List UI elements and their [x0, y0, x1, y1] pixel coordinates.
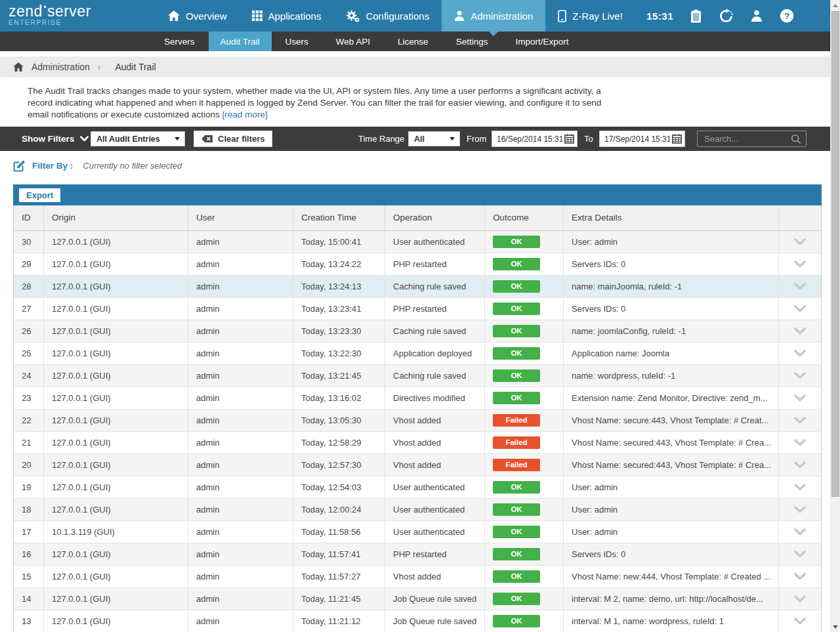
- row-expand-chevron[interactable]: [779, 343, 821, 364]
- table-row[interactable]: 25 127.0.0.1 (GUI) admin Today, 13:22:30…: [13, 343, 822, 365]
- row-expand-chevron[interactable]: [779, 365, 821, 387]
- cell-origin: 127.0.0.1 (GUI): [44, 231, 188, 253]
- table-row[interactable]: 22 127.0.0.1 (GUI) admin Today, 13:05:30…: [13, 410, 822, 432]
- nav-item-applications[interactable]: Applications: [240, 0, 334, 32]
- subnav-item-license[interactable]: License: [384, 32, 442, 51]
- restart-icon[interactable]: [719, 9, 734, 24]
- table-row[interactable]: 30 127.0.0.1 (GUI) admin Today, 15:00:41…: [13, 231, 822, 253]
- row-expand-chevron[interactable]: [779, 588, 821, 610]
- row-expand-chevron[interactable]: [779, 410, 821, 431]
- logo-text: zendserver: [9, 3, 91, 19]
- table-row[interactable]: 19 127.0.0.1 (GUI) admin Today, 12:54:03…: [13, 476, 822, 499]
- row-expand-chevron[interactable]: [779, 387, 821, 409]
- table-row[interactable]: 23 127.0.0.1 (GUI) admin Today, 13:16:02…: [13, 387, 822, 410]
- cell-creation-time: Today, 11:21:12: [293, 610, 385, 632]
- table-row[interactable]: 17 10.1.3.119 (GUI) admin Today, 11:58:5…: [13, 521, 822, 543]
- dropdown-arrow-icon: [175, 137, 180, 140]
- calendar-icon[interactable]: [564, 134, 574, 146]
- table-row[interactable]: 29 127.0.0.1 (GUI) admin Today, 13:24:22…: [13, 253, 822, 276]
- cell-outcome: OK: [485, 365, 564, 387]
- cell-user: admin: [188, 610, 293, 632]
- cell-origin: 127.0.0.1 (GUI): [44, 410, 188, 431]
- table-toolbar: Export: [13, 184, 822, 205]
- table-row[interactable]: 27 127.0.0.1 (GUI) admin Today, 13:23:41…: [13, 298, 822, 320]
- table-row[interactable]: 13 127.0.0.1 (GUI) admin Today, 11:21:12…: [13, 610, 822, 632]
- subnav-item-import-export[interactable]: Import/Export: [501, 32, 582, 51]
- table-row[interactable]: 15 127.0.0.1 (GUI) admin Today, 11:57:27…: [13, 566, 822, 588]
- chevron-down-icon: [80, 136, 89, 142]
- gears-icon: [346, 10, 360, 22]
- row-expand-chevron[interactable]: [779, 499, 821, 520]
- cell-user: admin: [188, 253, 293, 275]
- cell-creation-time: Today, 13:21:45: [293, 365, 385, 387]
- filter-toolbar: Show Filters All Audit Entries Clear fil…: [0, 127, 840, 151]
- audit-entries-select[interactable]: All Audit Entries: [91, 131, 185, 146]
- row-expand-chevron[interactable]: [779, 253, 821, 275]
- subnav-item-servers[interactable]: Servers: [150, 32, 209, 51]
- cell-origin: 127.0.0.1 (GUI): [44, 253, 188, 275]
- row-expand-chevron[interactable]: [779, 320, 821, 342]
- table-row[interactable]: 18 127.0.0.1 (GUI) admin Today, 12:00:24…: [13, 499, 822, 521]
- help-icon[interactable]: ?: [780, 9, 794, 23]
- outcome-badge: OK: [493, 347, 540, 360]
- row-expand-chevron[interactable]: [779, 543, 821, 565]
- cell-user: admin: [188, 365, 293, 387]
- user-account-icon[interactable]: [751, 10, 763, 22]
- nav-item-zray-live[interactable]: Z-Ray Live!: [545, 0, 635, 32]
- cell-origin: 127.0.0.1 (GUI): [44, 454, 188, 476]
- audit-clipboard-icon[interactable]: [690, 9, 702, 23]
- row-expand-chevron[interactable]: [779, 231, 821, 253]
- search-input[interactable]: [697, 131, 807, 147]
- table-row[interactable]: 16 127.0.0.1 (GUI) admin Today, 11:57:41…: [13, 543, 822, 566]
- table-row[interactable]: 28 127.0.0.1 (GUI) admin Today, 13:24:13…: [13, 276, 822, 298]
- page-scrollbar[interactable]: [830, 0, 840, 632]
- calendar-icon[interactable]: [672, 134, 682, 146]
- cell-user: admin: [188, 298, 293, 320]
- breadcrumb-section[interactable]: Administration: [32, 62, 90, 72]
- export-button[interactable]: Export: [19, 188, 60, 202]
- row-expand-chevron[interactable]: [779, 476, 821, 498]
- cell-id: 29: [14, 253, 44, 275]
- cell-creation-time: Today, 13:22:30: [293, 343, 385, 364]
- active-tab-pointer: [489, 32, 498, 36]
- search-icon: [791, 134, 801, 147]
- cell-outcome: Failed: [485, 454, 564, 476]
- nav-label: Configurations: [366, 11, 429, 22]
- table-row[interactable]: 26 127.0.0.1 (GUI) admin Today, 13:23:30…: [13, 320, 822, 343]
- read-more-link[interactable]: [read more]: [222, 110, 267, 119]
- scroll-up-button[interactable]: [831, 0, 840, 11]
- phone-icon: [558, 10, 566, 22]
- table-row[interactable]: 14 127.0.0.1 (GUI) admin Today, 11:21:45…: [13, 588, 822, 610]
- cell-creation-time: Today, 11:58:56: [293, 521, 385, 543]
- row-expand-chevron[interactable]: [779, 566, 821, 587]
- time-range-select[interactable]: All: [408, 131, 460, 146]
- subnav-item-users[interactable]: Users: [272, 32, 322, 51]
- row-expand-chevron[interactable]: [779, 432, 821, 453]
- nav-item-administration[interactable]: Administration: [442, 0, 545, 32]
- clock: 15:31: [646, 11, 673, 22]
- cell-origin: 127.0.0.1 (GUI): [44, 320, 188, 342]
- row-expand-chevron[interactable]: [779, 521, 821, 543]
- subnav-item-audit-trail[interactable]: Audit Trail: [209, 32, 272, 51]
- cell-operation: PHP restarted: [385, 298, 485, 320]
- nav-item-overview[interactable]: Overview: [156, 0, 240, 32]
- breadcrumb-home-icon[interactable]: [13, 62, 24, 72]
- subnav-item-web-api[interactable]: Web API: [322, 32, 384, 51]
- table-row[interactable]: 24 127.0.0.1 (GUI) admin Today, 13:21:45…: [13, 365, 822, 387]
- row-expand-chevron[interactable]: [779, 276, 821, 297]
- scrollbar-thumb[interactable]: [831, 11, 839, 497]
- app-logo[interactable]: zendserver ENTERPRISE: [9, 3, 91, 26]
- cell-operation: User authenticated: [385, 521, 485, 543]
- row-expand-chevron[interactable]: [779, 298, 821, 320]
- scroll-down-button[interactable]: [831, 621, 840, 632]
- clear-filters-button[interactable]: Clear filters: [194, 131, 272, 147]
- row-expand-chevron[interactable]: [779, 610, 821, 632]
- nav-item-configurations[interactable]: Configurations: [333, 0, 442, 32]
- cell-user: admin: [188, 276, 293, 297]
- table-row[interactable]: 21 127.0.0.1 (GUI) admin Today, 12:58:29…: [13, 432, 822, 454]
- row-expand-chevron[interactable]: [779, 454, 821, 476]
- edit-filter-icon[interactable]: [13, 159, 26, 172]
- table-row[interactable]: 20 127.0.0.1 (GUI) admin Today, 12:57:30…: [13, 454, 822, 476]
- show-filters-toggle[interactable]: Show Filters: [22, 127, 89, 151]
- cell-origin: 127.0.0.1 (GUI): [44, 343, 188, 364]
